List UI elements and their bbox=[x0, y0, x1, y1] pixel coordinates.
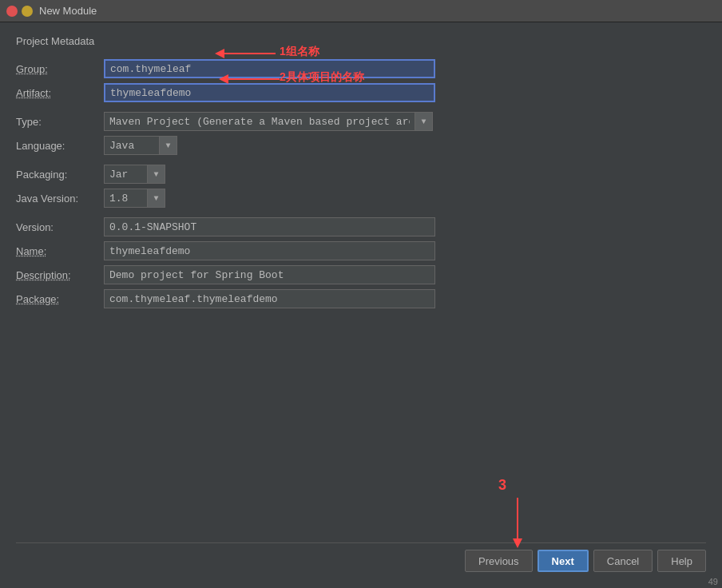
language-value-container: Java ▼ bbox=[104, 133, 706, 157]
package-input[interactable] bbox=[104, 289, 435, 308]
name-value-container bbox=[104, 239, 706, 263]
group-label: Group: bbox=[16, 59, 104, 79]
name-input[interactable] bbox=[104, 241, 435, 260]
watermark: 49 bbox=[708, 577, 718, 586]
version-value-container bbox=[104, 215, 706, 239]
version-input[interactable] bbox=[104, 217, 435, 236]
packaging-select[interactable]: Jar bbox=[104, 165, 148, 184]
group-value-container bbox=[104, 57, 706, 81]
close-button[interactable] bbox=[6, 6, 18, 17]
cancel-button[interactable]: Cancel bbox=[593, 550, 653, 572]
window-controls bbox=[6, 6, 33, 17]
title-bar: New Module bbox=[0, 0, 722, 22]
group-input[interactable] bbox=[104, 59, 435, 78]
artifact-label: Artifact: bbox=[16, 83, 104, 103]
previous-button[interactable]: Previous bbox=[465, 550, 533, 572]
next-button[interactable]: Next bbox=[538, 550, 589, 572]
package-label: Package: bbox=[16, 289, 104, 309]
version-label: Version: bbox=[16, 217, 104, 237]
packaging-label: Packaging: bbox=[16, 165, 104, 185]
package-value-container bbox=[104, 287, 706, 311]
java-version-value-container: 1.8 ▼ bbox=[104, 186, 706, 210]
language-dropdown-arrow[interactable]: ▼ bbox=[160, 136, 177, 155]
language-select[interactable]: Java bbox=[104, 136, 160, 155]
minimize-button[interactable] bbox=[22, 6, 33, 17]
project-metadata-form: Group: Artifact: Type: Maven Project (Ge… bbox=[16, 57, 706, 311]
artifact-input[interactable] bbox=[104, 83, 435, 102]
java-version-dropdown-arrow[interactable]: ▼ bbox=[148, 189, 165, 208]
java-version-select-container: 1.8 ▼ bbox=[104, 189, 165, 208]
description-label: Description: bbox=[16, 265, 104, 285]
description-input[interactable] bbox=[104, 265, 435, 284]
packaging-select-container: Jar ▼ bbox=[104, 165, 165, 184]
artifact-value-container bbox=[104, 81, 706, 105]
window-title: New Module bbox=[39, 5, 97, 17]
type-value-container: Maven Project (Generate a Maven based pr… bbox=[104, 109, 706, 133]
dialog-body: Project Metadata Group: Artifact: Type: bbox=[0, 22, 722, 588]
type-dropdown-arrow[interactable]: ▼ bbox=[415, 112, 433, 131]
section-title: Project Metadata bbox=[16, 35, 706, 47]
name-label: Name: bbox=[16, 241, 104, 261]
description-value-container bbox=[104, 263, 706, 287]
type-select-container: Maven Project (Generate a Maven based pr… bbox=[104, 112, 433, 131]
type-select[interactable]: Maven Project (Generate a Maven based pr… bbox=[104, 112, 415, 131]
java-version-label: Java Version: bbox=[16, 189, 104, 209]
language-label: Language: bbox=[16, 136, 104, 156]
help-button[interactable]: Help bbox=[657, 550, 706, 572]
packaging-dropdown-arrow[interactable]: ▼ bbox=[148, 165, 165, 184]
packaging-value-container: Jar ▼ bbox=[104, 162, 706, 186]
java-version-select[interactable]: 1.8 bbox=[104, 189, 148, 208]
type-label: Type: bbox=[16, 112, 104, 132]
bottom-bar: Previous Next Cancel Help bbox=[16, 542, 706, 575]
language-select-container: Java ▼ bbox=[104, 136, 177, 155]
